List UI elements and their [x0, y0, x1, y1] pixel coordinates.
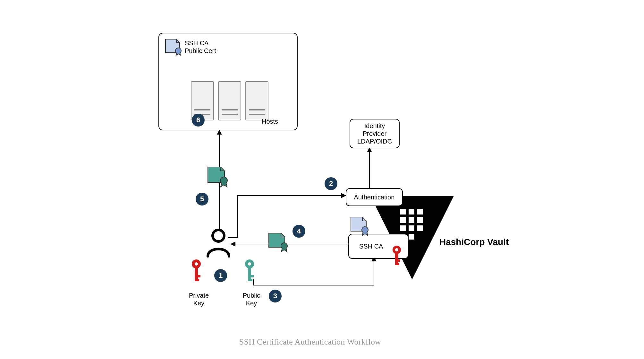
user-icon [204, 227, 233, 259]
svg-rect-11 [417, 217, 423, 223]
svg-rect-43 [395, 263, 399, 265]
svg-rect-31 [195, 275, 200, 277]
svg-rect-7 [409, 209, 414, 215]
private-key-label: Private Key [186, 292, 212, 307]
svg-rect-9 [400, 217, 406, 223]
ssh-ca-public-cert-label: SSH CA Public Cert [185, 39, 223, 55]
svg-rect-10 [409, 217, 414, 223]
svg-rect-8 [417, 209, 423, 215]
svg-rect-13 [409, 225, 414, 231]
diagram-caption: SSH Certificate Authentication Workflow [239, 337, 381, 347]
certificate-icon [348, 215, 371, 237]
key-icon [388, 245, 405, 268]
step-badge-3: 3 [269, 290, 282, 302]
svg-point-27 [213, 230, 224, 241]
svg-rect-37 [248, 279, 252, 281]
svg-rect-14 [417, 225, 423, 231]
public-key-label: Public Key [239, 292, 264, 307]
svg-point-26 [220, 177, 227, 184]
svg-rect-36 [248, 275, 254, 277]
certificate-icon [164, 37, 183, 56]
connectors-svg [0, 0, 644, 359]
svg-rect-32 [195, 279, 199, 281]
vault-label: HashiCorp Vault [439, 237, 509, 247]
svg-rect-15 [409, 234, 414, 240]
hosts-label: Hosts [262, 118, 278, 125]
svg-point-40 [395, 248, 398, 251]
step-badge-2: 2 [325, 177, 337, 190]
identity-provider-node: Identity Provider LDAP/OIDC [350, 119, 400, 148]
step-badge-1: 1 [214, 269, 227, 282]
step-badge-4: 4 [292, 225, 305, 238]
key-icon [187, 258, 206, 284]
certificate-icon [266, 230, 291, 254]
svg-rect-12 [400, 225, 406, 231]
servers-icon [191, 78, 281, 123]
step-badge-6: 6 [192, 114, 205, 127]
key-icon [240, 258, 259, 284]
svg-point-34 [248, 262, 251, 266]
authentication-node: Authentication [346, 188, 403, 206]
svg-rect-6 [400, 209, 406, 215]
hosts-box: SSH CA Public Cert Hosts [158, 33, 298, 130]
step-badge-5: 5 [196, 193, 208, 206]
certificate-icon [205, 164, 231, 189]
svg-point-29 [195, 262, 198, 266]
svg-rect-42 [395, 259, 400, 262]
